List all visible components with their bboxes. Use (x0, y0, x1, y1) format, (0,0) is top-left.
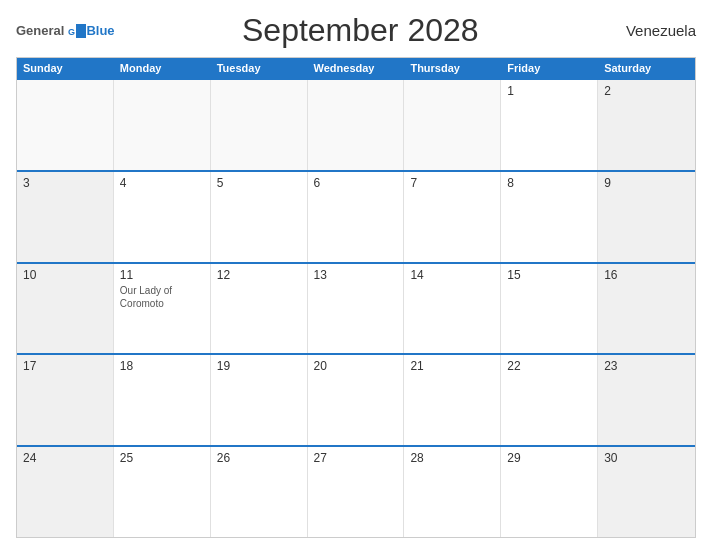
day-cell: 1 (501, 80, 598, 170)
day-header-tuesday: Tuesday (211, 58, 308, 78)
month-title: September 2028 (115, 12, 606, 49)
day-number: 1 (507, 84, 591, 98)
day-cell: 8 (501, 172, 598, 262)
day-cell (17, 80, 114, 170)
day-cell: 24 (17, 447, 114, 537)
day-cell: 14 (404, 264, 501, 354)
day-cell: 3 (17, 172, 114, 262)
day-cell: 5 (211, 172, 308, 262)
day-cell: 6 (308, 172, 405, 262)
day-cell: 27 (308, 447, 405, 537)
day-cell: 25 (114, 447, 211, 537)
day-number: 15 (507, 268, 591, 282)
logo: General G Blue (16, 23, 115, 38)
day-cell: 26 (211, 447, 308, 537)
logo-flag-icon: G (66, 24, 86, 38)
day-number: 29 (507, 451, 591, 465)
day-number: 23 (604, 359, 689, 373)
day-cell: 12 (211, 264, 308, 354)
day-header-wednesday: Wednesday (308, 58, 405, 78)
day-number: 14 (410, 268, 494, 282)
weeks-container: 1234567891011Our Lady of Coromoto1213141… (17, 78, 695, 537)
week-row-3: 1011Our Lady of Coromoto1213141516 (17, 262, 695, 354)
day-number: 9 (604, 176, 689, 190)
logo-general-text: General (16, 23, 64, 38)
day-header-friday: Friday (501, 58, 598, 78)
svg-text:G: G (68, 27, 75, 37)
day-cell: 2 (598, 80, 695, 170)
day-number: 3 (23, 176, 107, 190)
day-number: 11 (120, 268, 204, 282)
day-number: 27 (314, 451, 398, 465)
day-header-sunday: Sunday (17, 58, 114, 78)
day-cell: 7 (404, 172, 501, 262)
day-cell: 28 (404, 447, 501, 537)
day-number: 20 (314, 359, 398, 373)
day-number: 2 (604, 84, 689, 98)
day-number: 25 (120, 451, 204, 465)
day-cell: 22 (501, 355, 598, 445)
holiday-name: Our Lady of Coromoto (120, 284, 204, 310)
day-header-monday: Monday (114, 58, 211, 78)
day-cell (211, 80, 308, 170)
day-cell (404, 80, 501, 170)
day-number: 18 (120, 359, 204, 373)
week-row-2: 3456789 (17, 170, 695, 262)
header: General G Blue September 2028 Venezuela (16, 12, 696, 49)
day-cell: 10 (17, 264, 114, 354)
day-number: 12 (217, 268, 301, 282)
day-cell: 20 (308, 355, 405, 445)
day-cell (308, 80, 405, 170)
day-headers-row: SundayMondayTuesdayWednesdayThursdayFrid… (17, 58, 695, 78)
day-number: 26 (217, 451, 301, 465)
day-cell: 11Our Lady of Coromoto (114, 264, 211, 354)
day-number: 8 (507, 176, 591, 190)
day-cell: 9 (598, 172, 695, 262)
day-number: 19 (217, 359, 301, 373)
day-number: 10 (23, 268, 107, 282)
day-cell: 16 (598, 264, 695, 354)
day-number: 13 (314, 268, 398, 282)
day-number: 24 (23, 451, 107, 465)
day-cell: 23 (598, 355, 695, 445)
day-cell: 4 (114, 172, 211, 262)
day-number: 4 (120, 176, 204, 190)
calendar-grid: SundayMondayTuesdayWednesdayThursdayFrid… (16, 57, 696, 538)
day-number: 16 (604, 268, 689, 282)
day-cell: 30 (598, 447, 695, 537)
day-header-saturday: Saturday (598, 58, 695, 78)
week-row-4: 17181920212223 (17, 353, 695, 445)
svg-marker-1 (76, 24, 86, 38)
day-cell: 17 (17, 355, 114, 445)
day-cell: 13 (308, 264, 405, 354)
country-label: Venezuela (606, 22, 696, 39)
day-cell: 15 (501, 264, 598, 354)
day-cell: 29 (501, 447, 598, 537)
calendar-page: General G Blue September 2028 Venezuela … (0, 0, 712, 550)
day-cell: 19 (211, 355, 308, 445)
day-number: 17 (23, 359, 107, 373)
day-cell: 18 (114, 355, 211, 445)
logo-blue-text: Blue (86, 23, 114, 38)
day-cell (114, 80, 211, 170)
day-number: 22 (507, 359, 591, 373)
day-number: 30 (604, 451, 689, 465)
week-row-1: 12 (17, 78, 695, 170)
day-number: 21 (410, 359, 494, 373)
day-cell: 21 (404, 355, 501, 445)
week-row-5: 24252627282930 (17, 445, 695, 537)
day-number: 28 (410, 451, 494, 465)
day-number: 7 (410, 176, 494, 190)
day-number: 6 (314, 176, 398, 190)
day-header-thursday: Thursday (404, 58, 501, 78)
day-number: 5 (217, 176, 301, 190)
